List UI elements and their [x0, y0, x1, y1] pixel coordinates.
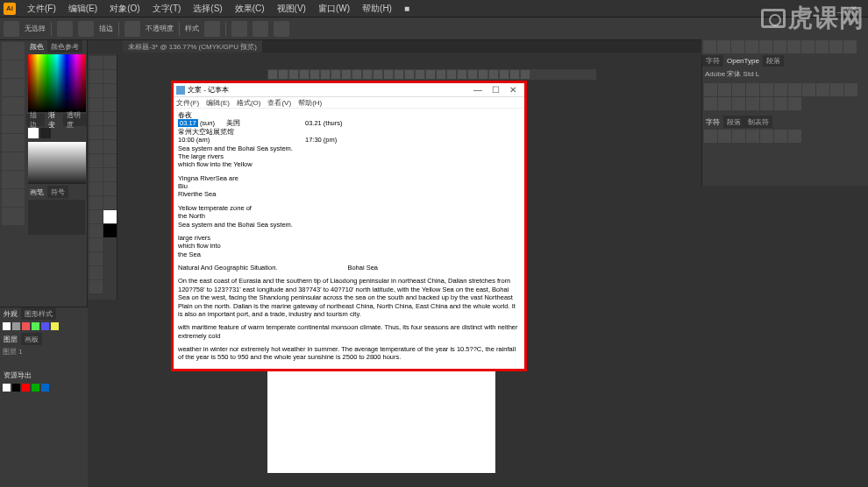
menu-file[interactable]: 文件(F) — [21, 3, 62, 15]
tool-direct-icon[interactable] — [89, 70, 103, 83]
type-option-icon[interactable] — [704, 97, 717, 110]
notepad-titlebar[interactable]: 文案 - 记事本 — ☐ ✕ — [174, 83, 524, 97]
tool-icon[interactable] — [2, 79, 25, 96]
type-option-icon[interactable] — [718, 97, 731, 110]
close-button[interactable]: ✕ — [504, 84, 522, 96]
panel-icon[interactable] — [829, 40, 843, 53]
tool-wand-icon[interactable] — [89, 84, 103, 97]
color-swatch[interactable] — [32, 384, 39, 392]
ctrl-icon[interactable] — [310, 70, 319, 79]
panel-tab-char2[interactable]: 字符 — [702, 116, 723, 128]
tool-eyedrop-icon[interactable] — [103, 98, 117, 111]
align-icon[interactable] — [774, 130, 787, 143]
minimize-button[interactable]: — — [469, 84, 487, 96]
ctrl-icon[interactable] — [342, 70, 351, 79]
align-icon[interactable] — [704, 130, 717, 143]
tool-scale-icon[interactable] — [89, 238, 103, 251]
np-menu-file[interactable]: 文件(F) — [176, 98, 199, 108]
tool-icon[interactable] — [2, 134, 25, 152]
tool-icon[interactable] — [2, 97, 25, 115]
type-option-icon[interactable] — [704, 83, 717, 96]
color-swatch[interactable] — [22, 384, 30, 392]
ctrl-icon[interactable] — [289, 70, 298, 79]
ctrl-icon[interactable] — [374, 70, 382, 79]
graphic-swatch[interactable] — [12, 322, 20, 330]
type-option-icon[interactable] — [844, 83, 857, 96]
type-option-icon[interactable] — [718, 83, 731, 96]
type-option-icon[interactable] — [816, 83, 829, 96]
document-tab[interactable]: 未标题-3* @ 136.77% (CMYK/GPU 预览) — [123, 40, 262, 53]
graphic-swatch[interactable] — [41, 322, 49, 330]
align-icon[interactable] — [760, 130, 773, 143]
opt-generic-icon[interactable] — [125, 21, 140, 37]
panel-icon[interactable] — [787, 40, 800, 53]
ctrl-icon[interactable] — [363, 70, 372, 79]
ctrl-icon[interactable] — [447, 70, 456, 79]
tool-selection-icon[interactable] — [89, 56, 103, 69]
np-menu-edit[interactable]: 编辑(E) — [206, 98, 230, 108]
ctrl-icon[interactable] — [321, 70, 330, 79]
panel-icon[interactable] — [843, 40, 857, 53]
menu-object[interactable]: 对象(O) — [103, 3, 146, 15]
panel-tab-opentype[interactable]: OpenType — [723, 54, 763, 67]
tool-stroke-icon[interactable] — [103, 224, 117, 237]
tool-line-icon[interactable] — [89, 154, 103, 167]
opt-fill-icon[interactable] — [57, 21, 73, 37]
ctrl-icon[interactable] — [268, 70, 277, 79]
panel-tab-symbol[interactable]: 符号 — [47, 186, 68, 198]
opt-generic-icon[interactable] — [231, 21, 247, 37]
panel-tab-transparency[interactable]: 透明度 — [63, 114, 87, 126]
type-option-icon[interactable] — [746, 97, 759, 110]
tool-width-icon[interactable] — [89, 252, 103, 265]
panel-tab-stroke[interactable]: 描边 — [26, 114, 45, 126]
panel-icon[interactable] — [745, 40, 758, 53]
tool-brush-icon[interactable] — [89, 182, 103, 195]
ctrl-icon[interactable] — [384, 70, 393, 79]
opt-stroke-icon[interactable] — [78, 21, 94, 37]
color-swatch[interactable] — [12, 384, 20, 392]
panel-tab-color[interactable]: 颜色 — [26, 40, 47, 53]
panel-tab-brush[interactable]: 画笔 — [26, 186, 47, 198]
ctrl-icon[interactable] — [489, 70, 498, 79]
panel-icon[interactable] — [717, 40, 730, 53]
tool-zoom-icon[interactable] — [103, 196, 117, 209]
panel-tab-colorguide[interactable]: 颜色参考 — [47, 40, 82, 53]
tool-shape-icon[interactable] — [89, 280, 103, 293]
tool-mesh-icon[interactable] — [103, 70, 117, 83]
align-icon[interactable] — [732, 130, 745, 143]
type-option-icon[interactable] — [732, 97, 745, 110]
panel-tab-appearance[interactable]: 外观 — [0, 307, 21, 320]
brush-list[interactable] — [28, 200, 85, 235]
tool-artboard-icon[interactable] — [103, 154, 117, 167]
np-menu-format[interactable]: 格式(O) — [237, 98, 261, 108]
maximize-button[interactable]: ☐ — [487, 84, 504, 96]
panel-tab-gradient[interactable]: 渐变 — [45, 114, 63, 126]
tool-icon[interactable] — [2, 208, 25, 225]
ctrl-icon[interactable] — [437, 70, 445, 79]
panel-tab-graphicstyle[interactable]: 图形样式 — [21, 307, 56, 320]
tool-fill-icon[interactable] — [103, 210, 117, 223]
tool-icon[interactable] — [2, 171, 25, 188]
panel-tab-char[interactable]: 字符 — [702, 54, 723, 67]
menu-window[interactable]: 窗口(W) — [312, 3, 356, 15]
type-option-icon[interactable] — [774, 97, 787, 110]
graphic-swatch[interactable] — [3, 322, 11, 330]
type-option-icon[interactable] — [802, 83, 815, 96]
tool-hand-icon[interactable] — [103, 182, 117, 195]
panel-tab-artboards[interactable]: 画板 — [21, 333, 42, 345]
tool-rect-icon[interactable] — [89, 168, 103, 181]
tool-icon[interactable] — [2, 42, 25, 60]
layer-entry[interactable]: 图层 1 — [0, 345, 88, 358]
type-option-icon[interactable] — [774, 83, 787, 96]
panel-icon[interactable] — [759, 40, 772, 53]
tool-lasso-icon[interactable] — [89, 98, 103, 111]
opt-generic-icon[interactable] — [274, 21, 289, 37]
np-menu-help[interactable]: 帮助(H) — [298, 98, 322, 108]
color-swatch[interactable] — [3, 384, 11, 392]
align-icon[interactable] — [788, 130, 801, 143]
ctrl-icon[interactable] — [300, 70, 309, 79]
swatch[interactable] — [40, 128, 51, 138]
ctrl-icon[interactable] — [458, 70, 466, 79]
opt-icon[interactable] — [4, 21, 19, 37]
color-swatch[interactable] — [41, 384, 49, 392]
